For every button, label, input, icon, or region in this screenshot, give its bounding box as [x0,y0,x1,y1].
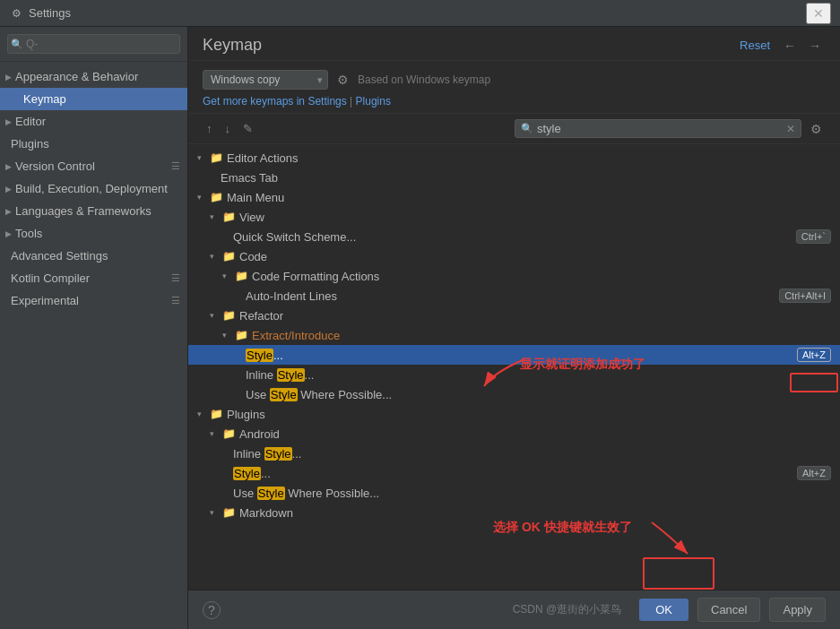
keymap-gear-button[interactable]: ⚙ [337,73,349,87]
sidebar-item-plugins[interactable]: Plugins [0,133,187,155]
tree-item-label: View [239,211,264,224]
tree-row-style2[interactable]: Style... Alt+Z [188,463,840,483]
tree-item-label: Code Formatting Actions [252,270,379,283]
nav-back-button[interactable]: ← [779,37,801,55]
tree-item-label: Editor Actions [227,151,299,165]
sidebar-item-version-control[interactable]: ▶ Version Control ☰ [0,155,187,177]
sidebar-item-advanced[interactable]: Advanced Settings [0,245,187,267]
tree-row-editor-actions[interactable]: ▾ 📁 Editor Actions [188,148,840,168]
sidebar-item-label: Editor [15,115,46,128]
arrow-icon: ▶ [5,207,12,216]
tree-row-emacs-tab[interactable]: Emacs Tab [188,168,840,187]
folder-icon: 📁 [222,427,236,440]
tree-item-label: Code [239,250,267,263]
sidebar-item-label: Languages & Frameworks [15,204,152,218]
sidebar-item-label: Keymap [23,92,66,106]
sidebar-item-label: Advanced Settings [11,249,108,263]
keymap-tree: ▾ 📁 Editor Actions Emacs Tab ▾ 📁 Main Me… [188,144,840,590]
sidebar-badge: ☰ [171,160,180,172]
get-more-keymaps-link[interactable]: Get more keymaps in Settings [203,95,347,108]
collapse-arrow-icon: ▾ [210,311,221,320]
sidebar-item-languages[interactable]: ▶ Languages & Frameworks [0,200,187,222]
tree-row-android[interactable]: ▾ 📁 Android [188,424,840,444]
tree-row-plugins[interactable]: ▾ 📁 Plugins [188,404,840,424]
sort-descending-button[interactable]: ↓ [221,120,235,137]
collapse-arrow-icon: ▾ [210,429,221,438]
help-button[interactable]: ? [203,601,221,619]
sidebar-item-build[interactable]: ▶ Build, Execution, Deployment [0,177,187,200]
keymap-select[interactable]: Windows copy Default Mac OS X Eclipse Em… [203,70,328,90]
bottom-bar: ? CSDN @逛街的小菜鸟 OK Cancel Apply [188,590,840,629]
cancel-button[interactable]: Cancel [697,598,760,622]
tree-row-use-style2[interactable]: Use Style Where Possible... [188,483,840,503]
sidebar-item-experimental[interactable]: Experimental ☰ [0,289,187,312]
sidebar-item-label: Tools [15,227,42,240]
collapse-arrow-icon: ▾ [210,508,221,517]
sidebar-item-kotlin[interactable]: Kotlin Compiler ☰ [0,267,187,289]
apply-button[interactable]: Apply [769,598,826,622]
sidebar-item-appearance[interactable]: ▶ Appearance & Behavior [0,65,187,88]
tree-item-label: Use Style Where Possible... [233,487,379,500]
folder-icon: 📁 [222,309,236,322]
shortcut-badge: Alt+Z [797,466,831,480]
folder-icon: 📁 [210,151,223,164]
sidebar-item-editor[interactable]: ▶ Editor [0,110,187,133]
sidebar-search-input[interactable] [7,34,180,54]
search-clear-button[interactable]: ✕ [786,123,795,135]
keymap-controls: Windows copy Default Mac OS X Eclipse Em… [188,61,840,114]
tree-item-label: Emacs Tab [221,171,278,185]
folder-icon: 📁 [210,408,223,420]
window-title: Settings [29,6,806,20]
edit-button[interactable]: ✎ [239,120,256,137]
plugins-link[interactable]: Plugins [356,95,391,108]
sidebar-item-keymap[interactable]: Keymap [0,88,187,110]
folder-icon: 📁 [235,329,248,341]
tree-row-markdown[interactable]: ▾ 📁 Markdown [188,503,840,522]
tree-item-label: Markdown [239,506,293,520]
sidebar-item-tools[interactable]: ▶ Tools [0,222,187,245]
tree-row-inline-style2[interactable]: Inline Style... [188,444,840,463]
tree-row-inline-style[interactable]: Inline Style... [188,365,840,384]
folder-icon: 📁 [210,191,223,203]
tree-item-label: Inline Style... [246,368,314,382]
tree-row-view[interactable]: ▾ 📁 View [188,207,840,227]
nav-forward-button[interactable]: → [804,37,826,55]
arrow-icon: ▶ [5,117,12,126]
search-input[interactable] [537,122,786,135]
search-settings-button[interactable]: ⚙ [807,120,826,138]
arrow-icon: ▶ [5,229,12,238]
reset-button[interactable]: Reset [740,39,770,52]
tree-item-label: Quick Switch Scheme... [233,230,356,244]
sidebar-item-label: Build, Execution, Deployment [15,182,168,195]
tree-row-style[interactable]: Style... Alt+Z [188,345,840,365]
folder-icon: 📁 [222,506,236,519]
tree-item-label: Main Menu [227,191,284,204]
tree-item-label: Style... [233,467,271,480]
sidebar-item-label: Appearance & Behavior [15,70,138,83]
tree-item-label: Auto-Indent Lines [246,289,337,303]
folder-icon: 📁 [222,250,236,263]
tree-row-code-formatting[interactable]: ▾ 📁 Code Formatting Actions [188,266,840,286]
tree-row-quick-switch[interactable]: Quick Switch Scheme... Ctrl+` [188,227,840,246]
collapse-arrow-icon: ▾ [197,193,208,202]
arrow-icon: ▶ [5,185,12,194]
content-panel: Keymap Reset ← → Windows copy Default Ma… [188,27,840,629]
tree-row-extract-introduce[interactable]: ▾ 📁 Extract/Introduce [188,325,840,345]
close-button[interactable]: ✕ [806,3,831,24]
sidebar-search-icon: 🔍 [11,39,23,50]
ok-button[interactable]: OK [639,599,688,621]
collapse-arrow-icon: ▾ [222,271,233,280]
arrow-icon: ▶ [5,162,12,171]
tree-row-main-menu[interactable]: ▾ 📁 Main Menu [188,187,840,207]
keymap-toolbar: ↑ ↓ ✎ 🔍 ✕ ⚙ [188,114,840,144]
tree-item-label: Android [239,427,280,441]
tree-row-auto-indent[interactable]: Auto-Indent Lines Ctrl+Alt+I [188,286,840,306]
sort-ascending-button[interactable]: ↑ [203,120,216,137]
tree-row-code[interactable]: ▾ 📁 Code [188,246,840,266]
tree-row-refactor[interactable]: ▾ 📁 Refactor [188,306,840,325]
tree-row-use-style[interactable]: Use Style Where Possible... [188,384,840,404]
tree-item-label: Style... [246,349,283,362]
sidebar-item-label: Version Control [15,159,95,173]
collapse-arrow-icon: ▾ [210,212,221,221]
collapse-arrow-icon: ▾ [197,409,208,418]
